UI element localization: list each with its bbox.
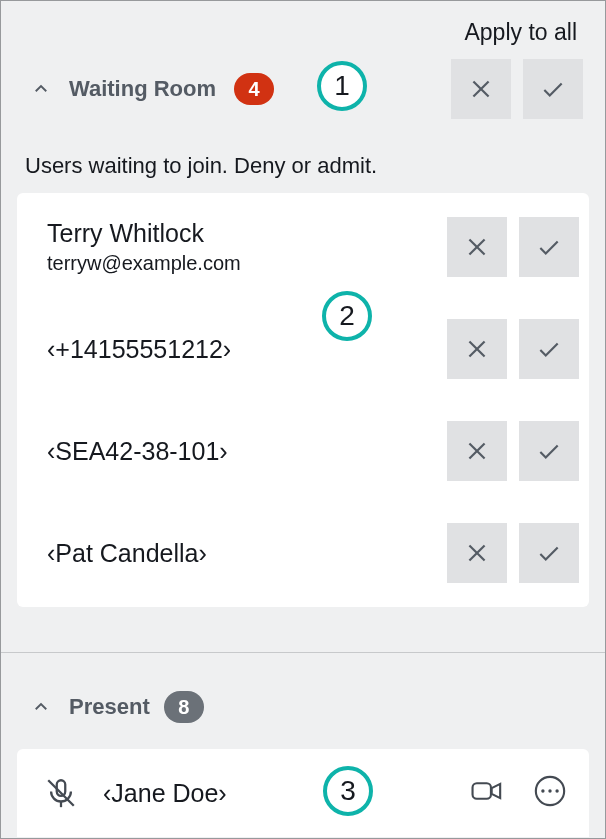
- callout-marker-1: 1: [317, 61, 367, 111]
- present-header: Present 8: [1, 679, 605, 735]
- user-name: ‹+14155551212›: [47, 335, 447, 364]
- deny-button[interactable]: [447, 217, 507, 277]
- deny-button[interactable]: [447, 523, 507, 583]
- waiting-room-subtext: Users waiting to join. Deny or admit.: [25, 153, 377, 179]
- waiting-user-row: ‹SEA42-38-101›: [47, 421, 579, 481]
- present-user-actions: [469, 774, 567, 812]
- svg-marker-14: [492, 784, 501, 798]
- attendees-panel: Apply to all Waiting Room 4 Users waitin…: [0, 0, 606, 839]
- present-list: ‹Jane Doe›: [17, 749, 589, 837]
- svg-point-16: [541, 789, 544, 792]
- admit-button[interactable]: [519, 319, 579, 379]
- collapse-waiting-icon[interactable]: [31, 79, 51, 99]
- waiting-user-row: Terry Whitlock terryw@example.com: [47, 217, 579, 277]
- waiting-room-count-badge: 4: [234, 73, 274, 105]
- user-name: Terry Whitlock: [47, 219, 447, 248]
- apply-all-button-group: [451, 59, 583, 119]
- user-info: ‹SEA42-38-101›: [47, 437, 447, 466]
- user-info: ‹+14155551212›: [47, 335, 447, 364]
- apply-to-all-label: Apply to all: [464, 19, 577, 46]
- admit-button[interactable]: [519, 421, 579, 481]
- svg-point-17: [548, 789, 551, 792]
- svg-point-18: [555, 789, 558, 792]
- user-info: ‹Pat Candella›: [47, 539, 447, 568]
- present-count-badge: 8: [164, 691, 204, 723]
- deny-button[interactable]: [447, 421, 507, 481]
- deny-all-button[interactable]: [451, 59, 511, 119]
- callout-marker-2: 2: [322, 291, 372, 341]
- waiting-room-header: Waiting Room 4: [1, 57, 605, 121]
- user-info: Terry Whitlock terryw@example.com: [47, 219, 447, 275]
- present-title: Present: [69, 694, 150, 720]
- more-options-icon[interactable]: [533, 774, 567, 812]
- user-email: terryw@example.com: [47, 252, 447, 275]
- waiting-user-row: ‹+14155551212›: [47, 319, 579, 379]
- waiting-room-list: Terry Whitlock terryw@example.com ‹+1415…: [17, 193, 589, 607]
- waiting-user-row: ‹Pat Candella›: [47, 523, 579, 583]
- collapse-present-icon[interactable]: [31, 697, 51, 717]
- admit-button[interactable]: [519, 523, 579, 583]
- callout-marker-3: 3: [323, 766, 373, 816]
- video-icon[interactable]: [469, 774, 503, 812]
- user-name: ‹Pat Candella›: [47, 539, 447, 568]
- user-name: ‹SEA42-38-101›: [47, 437, 447, 466]
- section-divider: [1, 652, 605, 653]
- admit-button[interactable]: [519, 217, 579, 277]
- deny-button[interactable]: [447, 319, 507, 379]
- svg-rect-13: [473, 783, 491, 799]
- waiting-room-title: Waiting Room: [69, 76, 216, 102]
- mic-muted-icon: [43, 775, 79, 811]
- present-user-name: ‹Jane Doe›: [103, 779, 469, 808]
- admit-all-button[interactable]: [523, 59, 583, 119]
